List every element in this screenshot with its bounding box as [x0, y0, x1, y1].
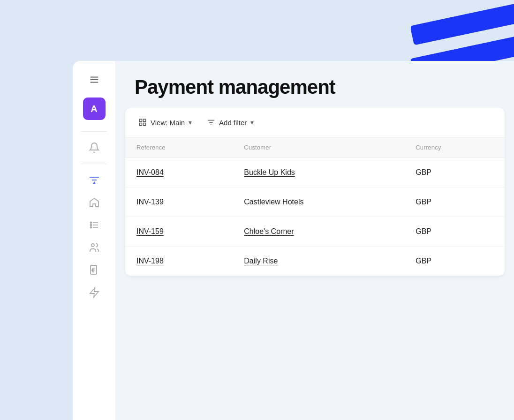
cell-currency: GBP [404, 158, 505, 188]
cell-currency: GBP [404, 188, 505, 217]
cell-customer[interactable]: Castleview Hotels [233, 188, 404, 217]
main-content: Payment management View: Main ▾ [116, 61, 514, 420]
table-row: INV-084Buckle Up KidsGBP [125, 158, 505, 188]
cell-reference[interactable]: INV-139 [125, 188, 233, 217]
filter-selector[interactable]: Add filter ▾ [205, 115, 256, 129]
cell-reference[interactable]: INV-159 [125, 217, 233, 247]
col-customer: Customer [233, 137, 404, 158]
sidebar-divider-2 [81, 164, 107, 164]
table-toolbar: View: Main ▾ Add filter ▾ [125, 108, 505, 137]
stripe-1 [411, 3, 514, 45]
sidebar-divider-1 [81, 131, 107, 132]
content-area: View: Main ▾ Add filter ▾ [116, 108, 514, 420]
cell-customer[interactable]: Daily Rise [233, 247, 404, 276]
sidebar-item-notifications[interactable] [85, 138, 104, 157]
svg-rect-20 [144, 119, 146, 121]
cell-customer[interactable]: Chloe's Corner [233, 217, 404, 247]
page-header: Payment management [116, 61, 514, 108]
avatar[interactable]: A [83, 98, 106, 120]
table-container: View: Main ▾ Add filter ▾ [125, 108, 505, 276]
svg-point-8 [90, 225, 91, 226]
cell-currency: GBP [404, 247, 505, 276]
cell-currency: GBP [404, 217, 505, 247]
sidebar: A [73, 61, 116, 420]
view-selector[interactable]: View: Main ▾ [136, 115, 194, 129]
table-header-row: Reference Customer Currency [125, 137, 505, 158]
table-icon [138, 118, 147, 127]
filter-label: Add filter [219, 119, 247, 127]
cell-reference[interactable]: INV-198 [125, 247, 233, 276]
svg-text:£: £ [92, 269, 93, 271]
sidebar-item-bolt[interactable] [85, 283, 104, 302]
filter-chevron: ▾ [250, 119, 254, 126]
view-chevron: ▾ [189, 119, 192, 126]
table-row: INV-159Chloe's CornerGBP [125, 217, 505, 247]
sidebar-menu-icon[interactable] [85, 70, 104, 89]
svg-marker-18 [90, 288, 98, 297]
sidebar-item-home[interactable] [85, 193, 104, 212]
col-currency: Currency [404, 137, 505, 158]
sidebar-item-users[interactable] [85, 238, 104, 257]
sidebar-item-tasks[interactable] [85, 216, 104, 234]
app-container: A [73, 61, 514, 420]
svg-rect-22 [144, 123, 146, 126]
svg-point-10 [90, 227, 91, 228]
cell-reference[interactable]: INV-084 [125, 158, 233, 188]
svg-point-6 [90, 222, 91, 224]
svg-point-12 [91, 244, 94, 247]
view-label: View: Main [151, 119, 185, 127]
cell-customer[interactable]: Buckle Up Kids [233, 158, 404, 188]
svg-rect-21 [139, 123, 142, 126]
page-title: Payment management [135, 76, 495, 98]
table-row: INV-139Castleview HotelsGBP [125, 188, 505, 217]
sidebar-item-filter[interactable] [85, 171, 104, 189]
col-reference: Reference [125, 137, 233, 158]
sidebar-item-invoices[interactable]: £ [85, 261, 104, 279]
filter-icon [207, 118, 215, 127]
svg-rect-19 [139, 119, 142, 121]
payments-table: Reference Customer Currency INV-084Buckl… [125, 137, 505, 276]
table-row: INV-198Daily RiseGBP [125, 247, 505, 276]
